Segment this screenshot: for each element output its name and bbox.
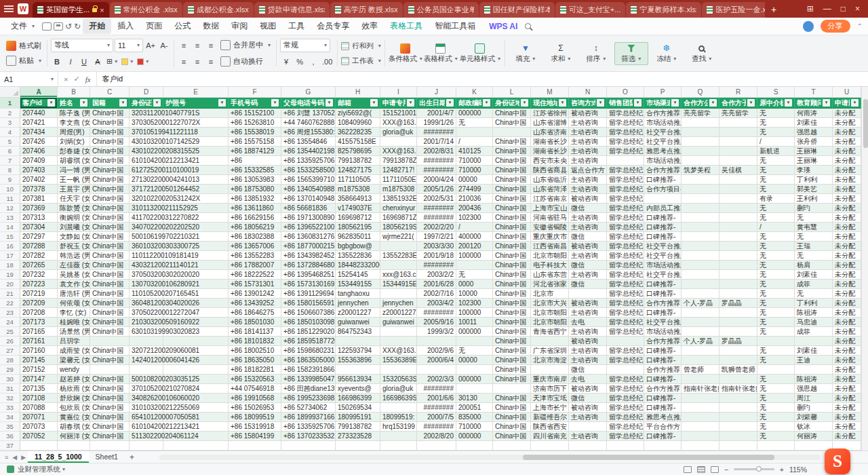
cell[interactable]: 微信 [569, 261, 607, 270]
cell[interactable]: 无 [757, 384, 795, 394]
cell[interactable]: 610104200212213421 [130, 156, 163, 166]
filter-dropdown-icon[interactable]: ▼ [709, 99, 717, 107]
fill-color-button[interactable]: ▾ [120, 55, 134, 69]
cell[interactable]: 207297 [20, 232, 58, 242]
cell[interactable]: 李忆 (女) [58, 308, 90, 318]
cell[interactable]: 1999/3/2 [417, 327, 456, 337]
cell[interactable]: 桂婉唯 (女 [58, 318, 90, 327]
cell[interactable]: 留学总经纪 [607, 270, 644, 280]
cell[interactable]: 被动咨询 [569, 299, 607, 308]
formula-input[interactable]: 客户id [97, 74, 129, 84]
cell[interactable]: 2001/6/28 [417, 280, 456, 289]
row-number[interactable]: 18 [0, 261, 20, 270]
cell[interactable]: 韩浩远 (男 [58, 251, 90, 261]
cell[interactable]: China中国 [90, 422, 130, 432]
cell[interactable]: +86 18222522 [229, 270, 281, 280]
cell[interactable]: 340702200202202520 [130, 223, 163, 232]
cell[interactable]: China中国 [493, 251, 531, 261]
wrap-text-button[interactable]: 自动换行 [218, 55, 265, 69]
cell[interactable]: +86 1370233532 [281, 432, 336, 441]
italic-button[interactable]: I [64, 55, 77, 69]
cell[interactable]: 207378 [20, 185, 58, 194]
cell[interactable]: 主动咨询 [569, 128, 607, 137]
cell[interactable]: 陈祖涛 [795, 375, 833, 384]
cell[interactable]: +86 18501030 [229, 318, 281, 327]
cell[interactable]: +86 刘慧 137052 [281, 109, 336, 118]
row-number[interactable]: 27 [0, 346, 20, 356]
cell[interactable]: 北京市朝阳 [531, 308, 569, 318]
cell[interactable]: xyevents@ [336, 384, 380, 394]
cell[interactable]: 430102200208315525 [130, 147, 163, 156]
cell[interactable]: 155363896 [336, 356, 380, 365]
cell[interactable]: 成菲 [795, 280, 833, 289]
cell[interactable]: 610104200212213421 [130, 422, 163, 432]
cell[interactable]: 358664913 [336, 194, 380, 204]
cell[interactable]: 无 [795, 232, 833, 242]
cell[interactable]: XXX@163.( [380, 118, 417, 128]
cell[interactable]: 无 [757, 403, 795, 413]
cell[interactable]: 个人-罗晶 [682, 337, 719, 346]
cell[interactable]: 207288 [20, 242, 58, 251]
cell[interactable]: 310113200211152925 [130, 204, 163, 213]
cell[interactable]: 000000 [456, 432, 493, 441]
cell[interactable]: 2002/8/20 [417, 432, 456, 441]
cell[interactable]: 18099519: [380, 413, 417, 422]
cell[interactable]: gloria@uk [380, 128, 417, 137]
cell[interactable] [682, 185, 719, 194]
cell[interactable] [569, 422, 607, 432]
search-icon[interactable] [525, 23, 531, 29]
cell[interactable]: China中国 [90, 308, 130, 318]
cell[interactable]: 江苏省徐州 [531, 109, 569, 118]
cell[interactable]: 无 [456, 118, 493, 128]
add-sheet-button[interactable]: + [125, 453, 139, 462]
cell[interactable]: 上海市宝山 [531, 204, 569, 213]
cell[interactable] [336, 337, 380, 346]
cell[interactable]: China中国 [90, 185, 130, 194]
cell[interactable]: 山东省东营 [531, 270, 569, 280]
menu-tab-表格工具[interactable]: 表格工具 [384, 18, 429, 34]
menu-tab-审阅[interactable]: 审阅 [225, 18, 254, 34]
cell[interactable] [90, 365, 130, 375]
filter-dropdown-icon[interactable]: ▼ [851, 99, 859, 107]
cell[interactable] [682, 270, 719, 280]
cell[interactable] [417, 337, 456, 346]
cell[interactable] [380, 337, 417, 346]
cell[interactable]: 口碑推荐- [644, 213, 682, 223]
cell[interactable] [682, 413, 719, 422]
cell[interactable]: 207209 [20, 299, 58, 308]
cell[interactable]: China中国 [493, 375, 531, 384]
cell[interactable]: 未分配 [833, 422, 861, 432]
header-cell[interactable]: 咨询方式▼ [569, 98, 607, 109]
file-tab[interactable]: 公务员国企事业单... [403, 2, 479, 18]
cell[interactable]: 赵若婷 (女 [58, 375, 90, 384]
cell[interactable]: 654101200007050581 [130, 413, 163, 422]
cell[interactable]: 留学总经纪 [607, 109, 644, 118]
cell[interactable]: China中国 [90, 242, 130, 251]
cell[interactable]: 79913878Z [380, 156, 417, 166]
cell[interactable]: 留学总经纪 [607, 118, 644, 128]
cell[interactable]: 筑梦美程 [682, 166, 719, 175]
cell[interactable] [682, 213, 719, 223]
cell[interactable]: 文静如 (女 [58, 232, 90, 242]
cell[interactable]: 00000 [456, 356, 493, 365]
cell[interactable]: 雅思考点推广 [644, 147, 682, 156]
file-tab[interactable]: 宁夏教师样本.xlsx [626, 2, 701, 18]
row-number[interactable]: 21 [0, 289, 20, 299]
cell[interactable]: +86 1391129694 [281, 289, 336, 299]
cell[interactable]: XXX@163.( [380, 346, 417, 356]
cell[interactable]: 江苏省南京 [531, 194, 569, 204]
cell[interactable]: 2003/4/2 [417, 299, 456, 308]
cell[interactable]: China中国 [493, 185, 531, 194]
cell[interactable]: 无 [757, 308, 795, 318]
row-number[interactable]: 22 [0, 299, 20, 308]
cell[interactable]: 口碑推荐- [644, 280, 682, 289]
cell[interactable] [719, 175, 757, 185]
cell[interactable]: 无 [456, 270, 493, 280]
cell[interactable]: +86 15575158 [229, 137, 281, 147]
cell[interactable]: 王迪 [795, 356, 833, 365]
cell[interactable] [682, 356, 719, 365]
row-number[interactable]: 25 [0, 327, 20, 337]
row-number[interactable]: 9 [0, 175, 20, 185]
cell[interactable]: 冯一博 (男 [58, 166, 90, 175]
filter-dropdown-icon[interactable]: ▼ [370, 99, 378, 107]
